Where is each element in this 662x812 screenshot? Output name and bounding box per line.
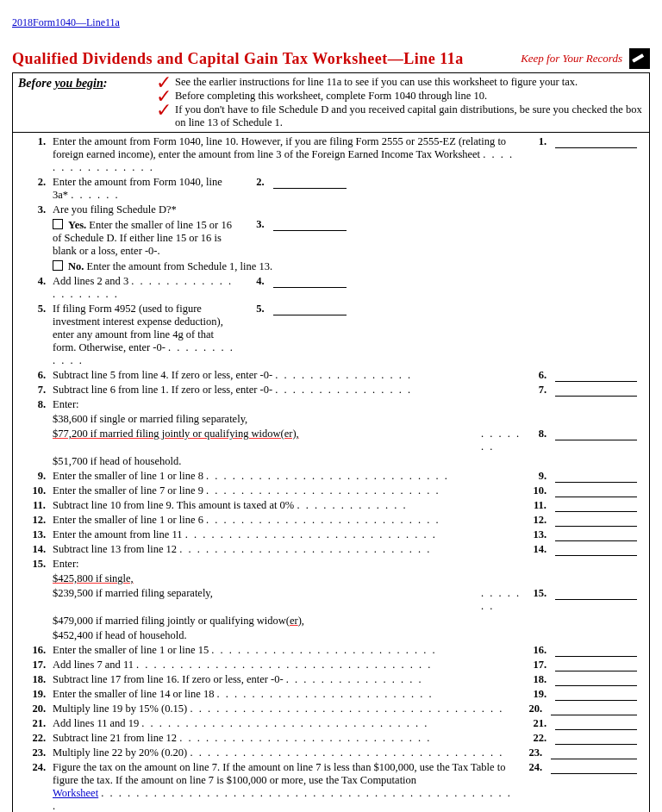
input-line-12[interactable] xyxy=(555,514,637,527)
row-8a: $38,600 if single or married filing sepa… xyxy=(53,413,528,426)
row-text-6: Subtract line 5 from line 4. If zero or … xyxy=(53,369,524,382)
input-line-4[interactable] xyxy=(273,275,347,288)
row-8c: $51,700 if head of household. xyxy=(53,455,528,468)
input-line-16[interactable] xyxy=(555,644,637,657)
input-line-22[interactable] xyxy=(555,732,637,745)
you-begin-word: you begin xyxy=(54,77,103,90)
no-label: No. xyxy=(68,260,84,272)
input-line-11[interactable] xyxy=(555,499,637,512)
row-text-24: Figure the tax on the amount on line 7. … xyxy=(53,761,520,812)
field-label-7: 7. xyxy=(524,384,546,397)
input-line-8[interactable] xyxy=(555,428,637,440)
row-num-6: 6. xyxy=(22,369,53,382)
pen-icon xyxy=(629,48,650,69)
input-line-14[interactable] xyxy=(555,543,637,556)
row-text-15: Enter: xyxy=(53,558,528,571)
input-line-13[interactable] xyxy=(555,528,637,541)
before-line-1: See the earlier instructions for line 11… xyxy=(175,76,578,89)
field-label-8: 8. xyxy=(524,428,546,440)
field-label-10: 10. xyxy=(524,484,546,497)
before-line-3: If you don't have to file Schedule D and… xyxy=(175,103,646,129)
row-text-21: Add lines 11 and 19 . . . . . . . . . . … xyxy=(53,717,524,730)
keep-for-records-label: Keep for Your Records xyxy=(521,52,622,66)
input-line-2[interactable] xyxy=(273,176,347,189)
input-line-17[interactable] xyxy=(555,659,637,671)
field-label-1: 1. xyxy=(524,135,546,148)
row-text-17: Add lines 7 and 11 . . . . . . . . . . .… xyxy=(53,659,524,671)
input-line-5[interactable] xyxy=(273,303,347,315)
row-num-7: 7. xyxy=(22,384,53,397)
input-line-1[interactable] xyxy=(555,135,637,148)
row-text-2: Enter the amount from Form 1040, line 3a… xyxy=(53,176,242,202)
row-text-22: Subtract line 21 from line 12 . . . . . … xyxy=(53,732,524,745)
field-label-3: 3. xyxy=(242,218,265,231)
checkbox-no[interactable] xyxy=(53,260,63,271)
row-text-7: Subtract line 6 from line 1. If zero or … xyxy=(53,384,524,397)
row-num-11: 11. xyxy=(22,499,53,512)
input-line-20[interactable] xyxy=(551,703,637,715)
row-text-16: Enter the smaller of line 1 or line 15 .… xyxy=(53,644,524,657)
yes-label: Yes. xyxy=(68,219,86,231)
input-line-3[interactable] xyxy=(273,218,347,231)
row-text-9: Enter the smaller of line 1 or line 8 . … xyxy=(53,470,524,483)
input-line-21[interactable] xyxy=(555,717,637,730)
row-num-1: 1. xyxy=(22,135,53,148)
field-label-21: 21. xyxy=(524,717,546,730)
row-num-24: 24. xyxy=(22,761,53,774)
field-label-11: 11. xyxy=(524,499,546,512)
input-line-6[interactable] xyxy=(555,369,637,382)
field-label-16: 16. xyxy=(524,644,546,657)
input-line-24[interactable] xyxy=(551,761,637,774)
row-text-13: Enter the amount from line 11 . . . . . … xyxy=(53,528,524,541)
checkbox-yes[interactable] xyxy=(53,219,63,229)
field-label-18: 18. xyxy=(524,673,546,686)
row-num-4: 4. xyxy=(22,275,53,288)
worksheet-box: Before you begin: ✓See the earlier instr… xyxy=(12,72,650,812)
input-line-19[interactable] xyxy=(555,688,637,701)
row-num-19: 19. xyxy=(22,688,53,701)
input-line-23[interactable] xyxy=(551,746,637,759)
row-text-12: Enter the smaller of line 1 or line 6 . … xyxy=(53,514,524,527)
no-text: Enter the amount from Schedule 1, line 1… xyxy=(87,260,273,272)
form-header-link[interactable]: 2018Form1040—Line11a xyxy=(12,16,120,28)
input-line-10[interactable] xyxy=(555,484,637,497)
row-15a: $425,800 if single, xyxy=(53,572,134,584)
field-label-24: 24. xyxy=(520,761,542,774)
field-label-9: 9. xyxy=(524,470,546,483)
row-text-23: Multiply line 22 by 20% (0.20) . . . . .… xyxy=(53,746,520,759)
field-label-4: 4. xyxy=(242,275,265,288)
field-label-19: 19. xyxy=(524,688,546,701)
row-text-8: Enter: xyxy=(53,398,528,411)
input-line-9[interactable] xyxy=(555,470,637,483)
row-text-5: If filing Form 4952 (used to figure inve… xyxy=(53,303,242,367)
field-label-12: 12. xyxy=(524,514,546,527)
before-you-begin-row: Before you begin: ✓See the earlier instr… xyxy=(13,73,649,133)
row-num-5: 5. xyxy=(22,303,53,315)
before-instructions: ✓See the earlier instructions for line 1… xyxy=(153,73,649,132)
row-15b: $239,500 if married filing separately, xyxy=(53,587,481,600)
input-line-7[interactable] xyxy=(555,384,637,397)
field-label-17: 17. xyxy=(524,659,546,671)
input-line-15[interactable] xyxy=(555,587,637,600)
field-label-20: 20. xyxy=(520,703,542,715)
worksheet-link-24[interactable]: Worksheet xyxy=(53,787,98,799)
row-num-16: 16. xyxy=(22,644,53,657)
row-text-3: Are you filing Schedule D?* xyxy=(53,203,420,216)
input-line-18[interactable] xyxy=(555,673,637,686)
row-text-10: Enter the smaller of line 7 or line 9 . … xyxy=(53,484,524,497)
row-num-14: 14. xyxy=(22,543,53,556)
row-text-14: Subtract line 13 from line 12 . . . . . … xyxy=(53,543,524,556)
row-num-20: 20. xyxy=(22,703,53,715)
row-num-22: 22. xyxy=(22,732,53,745)
row-num-12: 12. xyxy=(22,514,53,527)
row-num-18: 18. xyxy=(22,673,53,686)
row-num-3: 3. xyxy=(22,203,53,216)
worksheet-title: Qualified Dividends and Capital Gain Tax… xyxy=(12,50,464,68)
field-label-13: 13. xyxy=(524,528,546,541)
row-num-13: 13. xyxy=(22,528,53,541)
before-you-begin-label: Before you begin: xyxy=(13,73,153,132)
check-icon: ✓ xyxy=(156,104,172,116)
field-label-15: 15. xyxy=(524,587,546,600)
row-text-4: Add lines 2 and 3 . . . . . . . . . . . … xyxy=(53,275,242,301)
row-text-1: Enter the amount from Form 1040, line 10… xyxy=(53,135,524,174)
